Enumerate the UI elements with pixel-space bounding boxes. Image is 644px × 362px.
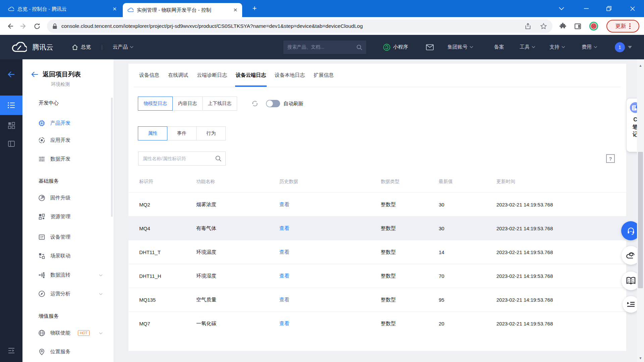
nav-support[interactable]: 支持 xyxy=(549,35,565,59)
sidebar-item-iot[interactable]: 物联使能HOT xyxy=(22,328,114,338)
nav-mini-program[interactable]: 小程序 xyxy=(383,35,408,59)
account-caret-icon[interactable] xyxy=(628,35,632,59)
rail-menu-list-icon[interactable] xyxy=(0,96,22,115)
auto-refresh-toggle[interactable] xyxy=(266,100,280,107)
rail-collapse-icon[interactable] xyxy=(0,341,22,360)
device-tab-4[interactable]: 设备本地日志 xyxy=(275,64,305,87)
device-tab-0[interactable]: 设备信息 xyxy=(139,64,159,87)
new-tab-button[interactable]: + xyxy=(250,4,259,13)
table-row[interactable]: MQ4有毒气体查看整数型302023-02-21 14:19:53.768 xyxy=(128,216,626,240)
nav-billing[interactable]: 费用 xyxy=(582,35,597,59)
log-tab-2[interactable]: 上下线日志 xyxy=(202,97,237,111)
browser-menu-icon[interactable] xyxy=(629,23,631,29)
sidebar-item-data[interactable]: 数据开发 xyxy=(22,154,114,164)
chevron-down-icon[interactable] xyxy=(99,291,103,297)
page-scrollbar[interactable]: ▲ ▼ xyxy=(637,59,644,362)
sidebar-item-device[interactable]: 设备管理 xyxy=(22,232,114,242)
search-icon[interactable] xyxy=(357,45,362,50)
rail-panel-icon[interactable] xyxy=(0,134,22,154)
browser-tab-instance[interactable]: 实例管理 - 物联网开发平台 - 控制 ✕ xyxy=(123,3,242,17)
search-icon[interactable] xyxy=(215,156,221,162)
sidebar-item-label: 应用开发 xyxy=(50,137,70,143)
view-history-link[interactable]: 查看 xyxy=(279,320,381,327)
property-search[interactable] xyxy=(138,152,226,166)
scroll-up-icon[interactable]: ▲ xyxy=(637,62,644,69)
sidebar-item-app[interactable]: 应用开发 xyxy=(22,135,114,145)
sidebar-item-product[interactable]: 产品开发 xyxy=(22,118,114,128)
account-avatar[interactable]: 1 xyxy=(615,42,625,52)
table-row[interactable]: DHT11_T环境温度查看整数型142023-02-21 14:19:53.76… xyxy=(128,240,626,264)
sidebar-item-analysis[interactable]: 运营分析 xyxy=(22,289,114,299)
nav-group-account[interactable]: 集团账号 xyxy=(447,35,473,59)
tab-close-icon[interactable]: ✕ xyxy=(112,6,117,12)
type-tab-2[interactable]: 行为 xyxy=(196,126,226,140)
forward-icon[interactable] xyxy=(19,21,28,31)
log-tab-1[interactable]: 内容日志 xyxy=(172,97,203,111)
table-row[interactable]: MQ2烟雾浓度查看整数型302023-02-21 14:19:53.768 xyxy=(128,192,626,216)
type-tab-1[interactable]: 事件 xyxy=(167,126,197,140)
device-tab-3[interactable]: 设备云端日志 xyxy=(236,64,266,87)
column-header: 标识符 xyxy=(139,179,196,185)
window-close-button[interactable] xyxy=(625,0,640,17)
sidebar-item-resource[interactable]: 资源管理 xyxy=(22,212,114,222)
view-history-link[interactable]: 查看 xyxy=(279,225,381,232)
browser-profile-avatar[interactable] xyxy=(589,21,598,31)
table-row[interactable]: DHT11_H环境湿度查看整数型702023-02-21 14:19:53.76… xyxy=(128,264,626,288)
view-history-link[interactable]: 查看 xyxy=(279,201,381,208)
brand-name[interactable]: 腾讯云 xyxy=(32,35,53,59)
data-icon xyxy=(38,155,45,163)
back-to-projects[interactable]: 返回项目列表 xyxy=(31,70,81,79)
nav-cloud-products[interactable]: 云产品 xyxy=(113,35,133,59)
sidebar-item-location[interactable]: 位置服务 xyxy=(22,347,114,357)
hot-badge: HOT xyxy=(78,330,90,336)
back-label: 返回项目列表 xyxy=(43,70,81,79)
sidebar-item-label: 产品开发 xyxy=(50,120,70,126)
type-tab-0[interactable]: 属性 xyxy=(138,126,167,140)
device-tab-1[interactable]: 在线调试 xyxy=(168,64,188,87)
extensions-puzzle-icon[interactable] xyxy=(558,21,568,31)
console-search-box[interactable]: 搜索产品、文档... xyxy=(283,41,366,54)
view-history-link[interactable]: 查看 xyxy=(279,297,381,303)
bookmark-star-icon[interactable] xyxy=(540,23,547,30)
address-bar[interactable]: console.cloud.tencent.com/iotexplorer/pr… xyxy=(47,19,552,33)
share-icon[interactable] xyxy=(525,23,531,29)
browser-update-button[interactable]: 更新 xyxy=(606,20,639,33)
chevron-down-icon[interactable] xyxy=(99,272,103,278)
nav-overview[interactable]: 总览 xyxy=(72,35,91,59)
sidebar-scrollbar[interactable] xyxy=(111,98,113,217)
sidebar-item-scene[interactable]: 场景联动 xyxy=(22,251,114,261)
table-cell: 环境湿度 xyxy=(196,273,279,279)
window-restore-button[interactable] xyxy=(601,0,616,17)
nav-tools[interactable]: 工具 xyxy=(520,35,535,59)
side-panel-icon[interactable] xyxy=(573,21,582,31)
scroll-down-icon[interactable]: ▼ xyxy=(637,355,644,361)
scrollbar-thumb[interactable] xyxy=(638,152,643,288)
column-header: 更新时间 xyxy=(496,179,615,185)
sidebar-item-label: 场景联动 xyxy=(50,253,70,259)
reload-icon[interactable] xyxy=(32,21,42,31)
refresh-icon[interactable] xyxy=(251,100,259,107)
device-tab-2[interactable]: 云端诊断日志 xyxy=(197,64,227,87)
messages-envelope-icon[interactable] xyxy=(426,35,434,59)
chevron-down-icon[interactable] xyxy=(99,330,103,336)
nav-beian[interactable]: 备案 xyxy=(494,35,504,59)
tab-search-icon[interactable] xyxy=(554,0,569,17)
tab-close-icon[interactable]: ✕ xyxy=(233,7,237,13)
table-row[interactable]: MQ7一氧化碳查看整数型202023-02-21 14:19:53.768 xyxy=(128,311,626,335)
rail-back-arrow-icon[interactable] xyxy=(0,65,22,84)
table-row[interactable]: MQ135空气质量查看整数型952023-02-21 14:19:53.768 xyxy=(128,288,626,311)
tencent-cloud-logo[interactable] xyxy=(11,35,27,59)
sidebar-item-firmware[interactable]: 固件升级 xyxy=(22,193,114,203)
device-tab-5[interactable]: 扩展信息 xyxy=(314,64,334,87)
update-label: 更新 xyxy=(615,23,626,30)
window-minimize-button[interactable] xyxy=(579,0,594,17)
rail-grid-icon[interactable] xyxy=(0,116,22,135)
log-tab-0[interactable]: 物模型日志 xyxy=(138,97,173,111)
view-history-link[interactable]: 查看 xyxy=(279,273,381,279)
sidebar-item-flow[interactable]: 数据流转 xyxy=(22,270,114,280)
back-icon[interactable] xyxy=(5,21,15,31)
view-history-link[interactable]: 查看 xyxy=(279,249,381,255)
browser-tab-overview[interactable]: 总览 - 控制台 - 腾讯云 ✕ xyxy=(3,3,121,15)
help-button[interactable]: ? xyxy=(606,154,615,163)
property-search-input[interactable] xyxy=(139,156,215,161)
